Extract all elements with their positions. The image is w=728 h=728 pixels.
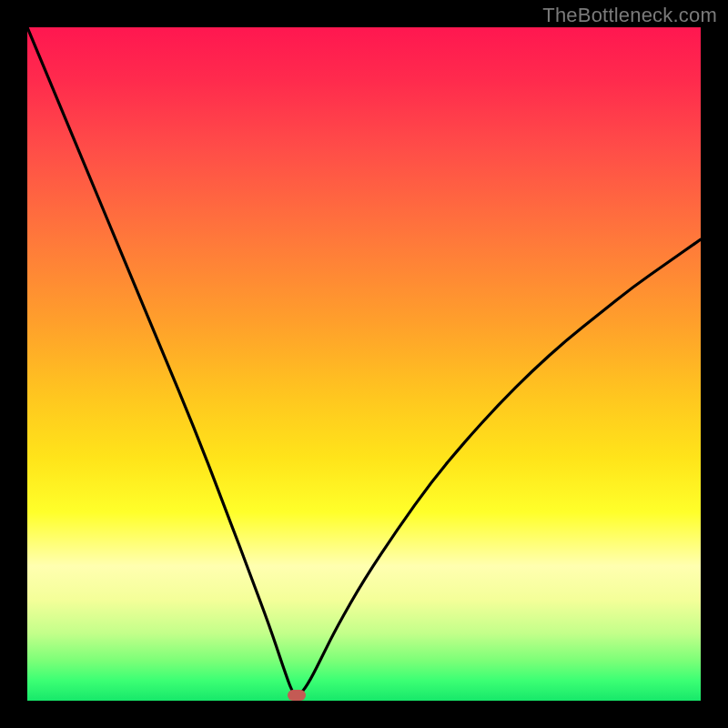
- optimal-point-marker: [288, 690, 306, 701]
- curve-svg: [27, 27, 701, 701]
- bottleneck-curve: [27, 27, 701, 695]
- watermark-text: TheBottleneck.com: [542, 4, 717, 27]
- plot-area: [27, 27, 701, 701]
- chart-frame: TheBottleneck.com: [0, 0, 728, 728]
